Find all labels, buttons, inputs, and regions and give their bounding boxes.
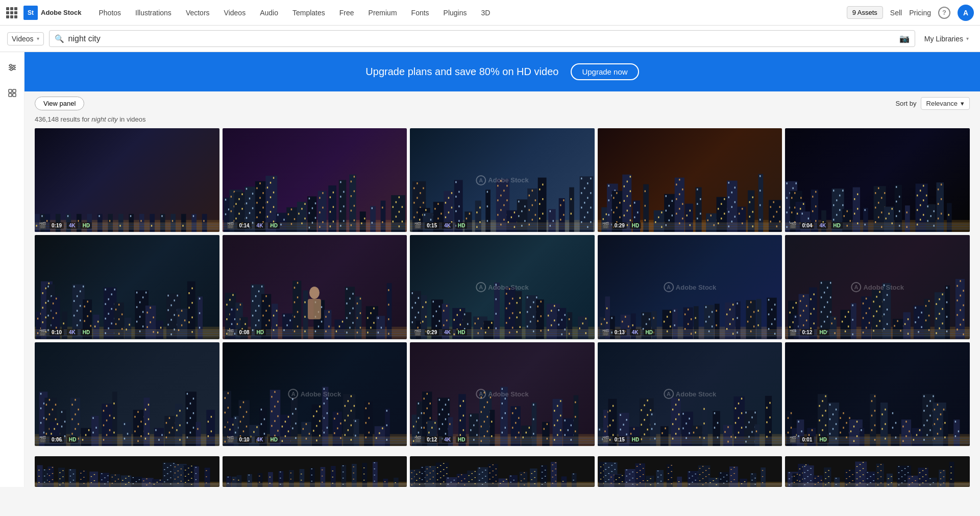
svg-rect-1124 [793, 307, 794, 309]
video-card-partial[interactable] [598, 456, 782, 487]
nav-illustrations[interactable]: Illustrations [128, 0, 179, 26]
svg-rect-1218 [894, 325, 895, 327]
svg-rect-1029 [601, 323, 602, 325]
svg-rect-1100 [747, 321, 748, 323]
svg-rect-1768 [738, 432, 739, 434]
video-card[interactable]: A Adobe Stock 🎬0:154KHD [410, 128, 595, 232]
video-card[interactable]: 🎬0:044KHD [785, 128, 970, 232]
video-card[interactable]: A Adobe Stock 🎬0:12HD [785, 235, 970, 339]
video-card[interactable]: A Adobe Stock 🎬0:294KHD [410, 235, 595, 339]
view-panel-button[interactable]: View panel [35, 97, 84, 110]
svg-rect-1258 [957, 300, 958, 302]
svg-rect-396 [671, 200, 672, 202]
nav-templates[interactable]: Templates [285, 0, 332, 26]
sort-select[interactable]: Relevance ▾ [921, 97, 970, 110]
svg-rect-1752 [717, 422, 718, 424]
svg-rect-279 [514, 212, 515, 214]
nav-plugins[interactable]: Plugins [436, 0, 474, 26]
video-camera-icon: 🎬 [227, 329, 234, 336]
video-card-partial[interactable] [410, 456, 595, 487]
video-card[interactable]: 🎬0:06HD [35, 342, 219, 446]
video-card[interactable]: 🎬0:104KHD [35, 235, 219, 339]
svg-rect-2465 [804, 478, 805, 479]
camera-icon[interactable]: 📷 [899, 34, 910, 43]
svg-rect-568 [892, 222, 893, 224]
help-icon[interactable]: ? [938, 7, 950, 19]
video-card[interactable]: A Adobe Stock 🎬0:124KHD [410, 342, 595, 446]
video-card[interactable]: 🎬0:29HD [598, 128, 782, 232]
svg-rect-299 [529, 224, 530, 226]
pricing-link[interactable]: Pricing [909, 9, 931, 17]
svg-rect-289 [524, 220, 525, 222]
svg-rect-1237 [928, 330, 929, 332]
nav-3d[interactable]: 3D [474, 0, 498, 26]
video-card[interactable]: A Adobe Stock 🎬0:15HD [598, 342, 782, 446]
my-libraries-button[interactable]: My Libraries ▾ [920, 33, 973, 45]
svg-rect-2027 [188, 468, 189, 469]
video-card[interactable]: A Adobe Stock 🎬0:134KHD [598, 235, 782, 339]
video-meta: 🎬0:104KHD [227, 436, 280, 443]
svg-rect-307 [548, 209, 555, 232]
svg-rect-1619 [505, 397, 506, 400]
svg-rect-2344 [646, 476, 654, 487]
video-card[interactable]: 🎬0:01HD [785, 342, 970, 446]
similar-search-icon[interactable] [3, 84, 21, 102]
svg-rect-935 [454, 319, 455, 321]
svg-rect-1771 [745, 412, 746, 414]
search-input[interactable] [68, 34, 895, 43]
svg-rect-1475 [305, 438, 306, 440]
quality-badge: HD [456, 436, 467, 443]
filter-icon[interactable] [3, 58, 21, 77]
svg-rect-1344 [134, 416, 135, 418]
assets-button[interactable]: 9 Assets [847, 6, 883, 19]
svg-rect-1277 [43, 417, 44, 419]
svg-rect-1096 [750, 301, 751, 303]
svg-rect-1028 [604, 318, 605, 320]
svg-rect-1783 [765, 396, 772, 446]
svg-rect-1969 [115, 475, 116, 476]
nav-videos[interactable]: Videos [217, 0, 253, 26]
svg-rect-1440 [260, 423, 261, 425]
svg-rect-1178 [845, 316, 846, 318]
svg-rect-1779 [745, 440, 746, 442]
svg-rect-1653 [560, 429, 561, 431]
svg-rect-412 [679, 222, 680, 224]
app-grid-icon[interactable] [6, 7, 17, 18]
video-card[interactable]: A Adobe Stock 🎬0:104KHD [223, 342, 407, 446]
video-card-partial[interactable] [35, 456, 219, 487]
brand-logo[interactable]: St Adobe Stock [23, 6, 81, 20]
svg-rect-1891 [927, 434, 928, 436]
nav-audio[interactable]: Audio [253, 0, 285, 26]
nav-free[interactable]: Free [332, 0, 361, 26]
svg-rect-2522 [877, 473, 878, 474]
nav-vectors[interactable]: Vectors [179, 0, 217, 26]
svg-rect-1864 [891, 411, 900, 446]
svg-rect-2214 [479, 480, 480, 481]
sell-link[interactable]: Sell [890, 9, 902, 17]
svg-rect-1036 [611, 317, 612, 319]
video-card[interactable]: 🎬0:144KHD [223, 128, 407, 232]
nav-photos[interactable]: Photos [91, 0, 128, 26]
search-type-select[interactable]: Videos ▾ [7, 32, 44, 45]
video-card-partial[interactable] [785, 456, 970, 487]
svg-rect-1076 [708, 316, 709, 318]
avatar[interactable]: A [958, 5, 974, 21]
svg-rect-1725 [678, 399, 679, 401]
svg-rect-1068 [684, 328, 685, 330]
svg-rect-1188 [863, 303, 864, 305]
svg-rect-1696 [626, 433, 627, 435]
svg-rect-2225 [489, 479, 491, 480]
video-card[interactable]: 🎬0:08HD [223, 235, 407, 339]
upgrade-now-button[interactable]: Upgrade now [571, 63, 639, 80]
svg-rect-2079 [301, 480, 302, 481]
video-card-partial[interactable] [223, 456, 407, 487]
svg-rect-1501 [340, 437, 341, 439]
svg-rect-141 [314, 202, 315, 204]
svg-rect-1232 [924, 299, 930, 339]
nav-premium[interactable]: Premium [361, 0, 404, 26]
video-card[interactable]: 🎬0:194KHD [35, 128, 219, 232]
svg-rect-2251 [542, 472, 543, 473]
nav-fonts[interactable]: Fonts [404, 0, 436, 26]
svg-rect-2239 [524, 479, 525, 480]
svg-rect-528 [839, 195, 840, 197]
